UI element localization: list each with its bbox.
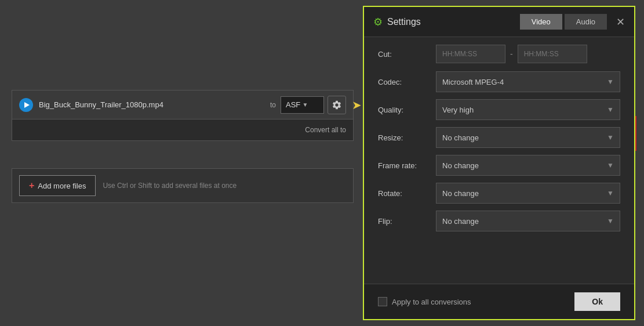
frame-rate-value: No change [442,161,607,170]
settings-title: Settings [387,17,515,27]
flip-label: Flip: [378,217,436,226]
rotate-select[interactable]: No change ▼ [436,183,620,204]
settings-body: Cut: - Codec: Microsoft MPEG-4 ▼ Quality… [364,37,634,284]
flip-row: Flip: No change ▼ [378,210,620,232]
codec-select[interactable]: Microsoft MPEG-4 ▼ [436,71,620,92]
apply-all-text: Apply to all conversions [392,298,471,306]
add-files-label: Add more files [38,182,86,190]
resize-row: Resize: No change ▼ [378,126,620,148]
cut-from-input[interactable] [436,45,505,63]
quality-chevron-icon: ▼ [607,106,614,114]
hint-text: Use Ctrl or Shift to add several files a… [103,182,237,190]
codec-label: Codec: [378,78,436,86]
resize-value: No change [442,133,607,142]
cut-inputs: - [436,45,620,63]
format-value: ASF [286,100,303,109]
resize-select[interactable]: No change ▼ [436,127,620,148]
quality-value: Very high [442,106,607,114]
to-label: to [270,101,276,109]
codec-value: Microsoft MPEG-4 [442,78,607,86]
flip-chevron-icon: ▼ [607,217,614,225]
flip-select[interactable]: No change ▼ [436,211,620,231]
quality-select[interactable]: Very high ▼ [436,99,620,120]
close-button[interactable]: ✕ [616,17,625,27]
settings-gear-icon: ⚙ [373,16,383,28]
apply-all-checkbox[interactable] [378,297,387,306]
tab-audio[interactable]: Audio [565,14,607,30]
cut-label: Cut: [378,50,436,59]
format-select[interactable]: ASF ▼ [281,96,324,114]
settings-footer: Apply to all conversions Ok [364,284,634,319]
gear-icon [332,100,342,110]
resize-label: Resize: [378,133,436,142]
file-list-area: Big_Buck_Bunny_Trailer_1080p.mp4 to ASF … [12,90,354,141]
tab-bar: Video Audio [520,14,607,30]
play-button[interactable] [19,98,33,112]
rotate-row: Rotate: No change ▼ [378,182,620,204]
resize-chevron-icon: ▼ [607,133,614,142]
play-icon [24,102,30,108]
settings-panel: ⚙ Settings Video Audio ✕ Cut: - Codec: M… [363,6,635,320]
add-files-button[interactable]: + Add more files [19,175,96,196]
rotate-label: Rotate: [378,189,436,198]
settings-gear-button[interactable]: ➤ [328,96,346,114]
filename: Big_Buck_Bunny_Trailer_1080p.mp4 [39,100,265,109]
file-row: Big_Buck_Bunny_Trailer_1080p.mp4 to ASF … [12,90,353,119]
codec-row: Codec: Microsoft MPEG-4 ▼ [378,71,620,93]
flip-value: No change [442,217,607,226]
apply-all-label[interactable]: Apply to all conversions [378,297,471,306]
convert-all-text: Convert all to [305,126,346,134]
quality-label: Quality: [378,106,436,114]
frame-rate-chevron-icon: ▼ [607,161,614,169]
ok-button[interactable]: Ok [574,292,620,311]
cut-to-input[interactable] [518,45,587,63]
frame-rate-select[interactable]: No change ▼ [436,155,620,176]
settings-header: ⚙ Settings Video Audio ✕ [364,7,634,37]
frame-rate-label: Frame rate: [378,161,436,170]
frame-rate-row: Frame rate: No change ▼ [378,154,620,176]
chevron-down-icon: ▼ [303,102,319,108]
tab-video[interactable]: Video [520,14,562,30]
bottom-bar: + Add more files Use Ctrl or Shift to ad… [12,168,354,203]
rotate-chevron-icon: ▼ [607,189,614,197]
codec-chevron-icon: ▼ [607,78,614,86]
arrow-indicator: ➤ [352,98,362,112]
cut-dash: - [510,49,513,59]
cut-row: Cut: - [378,43,620,65]
quality-row: Quality: Very high ▼ [378,99,620,121]
convert-all-row: Convert all to [12,119,353,140]
rotate-value: No change [442,189,607,198]
plus-icon: + [29,180,34,191]
